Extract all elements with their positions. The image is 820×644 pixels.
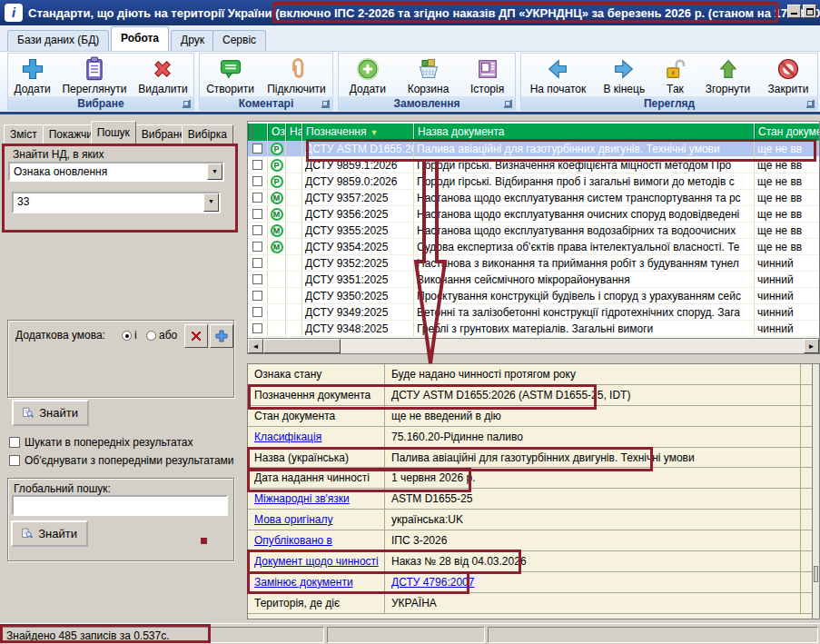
- tab-work[interactable]: Робота: [111, 26, 169, 51]
- tab-print[interactable]: Друк: [171, 30, 214, 51]
- row-checkbox[interactable]: [252, 274, 262, 284]
- remove-condition-button[interactable]: [184, 324, 208, 348]
- detail-field-label[interactable]: Класифікація: [248, 427, 385, 447]
- merge-previous-checkbox[interactable]: Об'єднувати з попередніми результатами: [9, 454, 242, 467]
- header-designation[interactable]: Позначення▼: [302, 124, 414, 141]
- go-first-button[interactable]: На початок: [525, 55, 592, 96]
- collapse-button[interactable]: Згорнути: [700, 55, 756, 96]
- row-checkbox[interactable]: [252, 242, 262, 252]
- row-select-cell[interactable]: [248, 141, 268, 156]
- global-find-button[interactable]: Знайти: [11, 520, 88, 547]
- header-extra[interactable]: Наз: [286, 124, 302, 141]
- sidebar-tab-contents[interactable]: Зміст: [4, 124, 44, 145]
- row-select-cell[interactable]: [248, 223, 268, 238]
- scroll-right-button[interactable]: ►: [804, 339, 819, 353]
- dialog-launcher-icon[interactable]: [321, 100, 330, 108]
- table-row[interactable]: PДСТУ 9859.1:2026Породи гірські. Визначе…: [248, 157, 819, 173]
- table-row[interactable]: ДСТУ 9350:2025Проєктування конструкцій б…: [248, 288, 819, 304]
- table-row[interactable]: ДСТУ 9348:2025Греблі з грунтових матеріа…: [248, 321, 819, 337]
- row-checkbox[interactable]: [252, 193, 262, 203]
- add-condition-button[interactable]: [210, 324, 233, 348]
- close-button[interactable]: Закрити: [763, 55, 815, 96]
- favorites-delete-button[interactable]: Видалити: [133, 55, 193, 96]
- table-row[interactable]: ДСТУ 9352:2025Настанова з виконання та п…: [248, 255, 819, 272]
- dialog-launcher-icon[interactable]: [183, 100, 191, 108]
- row-checkbox[interactable]: [252, 144, 262, 154]
- table-row[interactable]: ДСТУ 9351:2025Виконання сейсмічного мікр…: [248, 272, 819, 288]
- sidebar-tab-search[interactable]: Пошук: [91, 121, 136, 145]
- tab-databases[interactable]: Бази даних (БД): [7, 30, 109, 51]
- row-checkbox[interactable]: [252, 323, 262, 333]
- global-search-input[interactable]: [12, 495, 228, 516]
- table-row[interactable]: ДСТУ 9349:2025Бетонні та залізобетонні к…: [248, 304, 819, 321]
- search-previous-checkbox[interactable]: Шукати в попередніх результатах: [9, 436, 242, 449]
- header-mark[interactable]: Озн: [268, 124, 286, 141]
- find-button[interactable]: Знайти: [12, 400, 89, 426]
- select-all-header[interactable]: [248, 124, 268, 141]
- maximize-button[interactable]: [803, 5, 816, 18]
- row-checkbox[interactable]: [252, 291, 262, 301]
- sidebar-tab-selection[interactable]: Вибірка: [182, 124, 233, 145]
- detail-value-link[interactable]: ДСТУ 4796:2007: [391, 576, 474, 589]
- favorites-view-button[interactable]: Переглянути: [56, 55, 132, 96]
- tab-service[interactable]: Сервіс: [212, 30, 266, 51]
- orders-history-button[interactable]: Історія: [465, 55, 509, 96]
- detail-field-label[interactable]: Опубліковано в: [248, 530, 385, 550]
- lock-button[interactable]: Так: [657, 55, 693, 96]
- detail-field-label[interactable]: Документ щодо чинності: [248, 551, 385, 571]
- search-field-combobox[interactable]: Ознака оновлення ▼: [8, 162, 224, 182]
- table-row[interactable]: MДСТУ 9356:2025Настанова щодо експлуатув…: [248, 206, 819, 223]
- row-select-cell[interactable]: [248, 206, 268, 222]
- scroll-thumb[interactable]: [814, 566, 818, 582]
- dialog-launcher-icon[interactable]: [806, 100, 815, 108]
- row-select-cell[interactable]: [248, 288, 268, 303]
- horizontal-scrollbar[interactable]: ◄ ►: [248, 338, 819, 353]
- detail-row: Опубліковано вІПС 3-2026: [248, 530, 819, 551]
- search-value-combobox[interactable]: 33 ▼: [12, 192, 221, 213]
- row-checkbox[interactable]: [252, 160, 262, 170]
- row-checkbox[interactable]: [252, 225, 262, 235]
- scroll-thumb[interactable]: [263, 339, 341, 353]
- orders-basket-button[interactable]: Корзина: [402, 55, 455, 96]
- row-select-cell[interactable]: [248, 157, 268, 173]
- row-checkbox[interactable]: [252, 258, 262, 268]
- chevron-down-icon[interactable]: ▼: [203, 193, 219, 212]
- table-row[interactable]: MДСТУ 9354:2025Судова експертиза об'єкті…: [248, 239, 819, 255]
- detail-field-value: ДСТУ ASTM D1655:2026 (ASTM D1655-25, IDT…: [385, 385, 819, 405]
- row-checkbox[interactable]: [252, 307, 262, 317]
- table-row[interactable]: MДСТУ 9355:2025Настанова щодо експлуатув…: [248, 223, 819, 239]
- orders-add-button[interactable]: Додати: [344, 55, 391, 96]
- row-select-cell[interactable]: [248, 272, 268, 287]
- comments-create-button[interactable]: Створити: [201, 55, 260, 96]
- table-row[interactable]: PДСТУ 9859.0:2026Породи гірські. Відбира…: [248, 173, 819, 190]
- table-row[interactable]: PДСТУ ASTM D1655:2026 (Палива авіаційні …: [248, 141, 819, 157]
- row-select-cell[interactable]: [248, 239, 268, 254]
- minimize-button[interactable]: [787, 5, 801, 18]
- radio-and[interactable]: і: [122, 329, 137, 342]
- chevron-down-icon[interactable]: ▼: [207, 163, 222, 180]
- favorites-add-button[interactable]: Додати: [8, 55, 55, 96]
- detail-field-label[interactable]: Замінює документи: [248, 572, 385, 592]
- go-last-button[interactable]: В кінець: [598, 55, 650, 96]
- dialog-launcher-icon[interactable]: [504, 100, 512, 108]
- row-select-cell[interactable]: [248, 321, 268, 336]
- add-circle-icon: [355, 56, 380, 82]
- row-checkbox[interactable]: [252, 176, 262, 186]
- sidebar-tab-indexes[interactable]: Покажчи: [43, 124, 92, 145]
- detail-field-label[interactable]: Міжнародні зв'язки: [248, 489, 385, 509]
- detail-vertical-scrollbar[interactable]: [812, 364, 819, 619]
- header-name[interactable]: Назва документа: [414, 124, 755, 141]
- row-select-cell[interactable]: [248, 173, 268, 189]
- comments-attach-button[interactable]: Підключити: [262, 55, 331, 96]
- radio-or[interactable]: або: [146, 329, 177, 342]
- row-checkbox[interactable]: [252, 209, 262, 219]
- row-select-cell[interactable]: [248, 255, 268, 271]
- sidebar-tab-favorites[interactable]: Вибране: [135, 124, 183, 145]
- table-row[interactable]: MДСТУ 9357:2025Настанова щодо експлуатув…: [248, 190, 819, 206]
- row-select-cell[interactable]: [248, 190, 268, 205]
- scroll-left-button[interactable]: ◄: [248, 339, 263, 353]
- row-designation: ДСТУ 9357:2025: [302, 190, 414, 205]
- detail-field-label[interactable]: Мова оригіналу: [248, 510, 385, 530]
- header-status[interactable]: Стан документа: [755, 124, 819, 141]
- row-select-cell[interactable]: [248, 304, 268, 320]
